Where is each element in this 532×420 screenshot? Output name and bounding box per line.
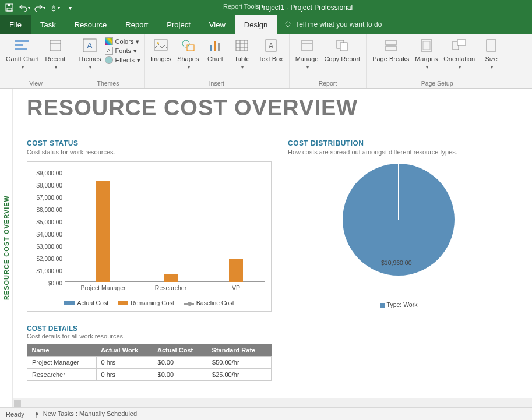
svg-rect-4 <box>287 26 289 27</box>
svg-rect-21 <box>302 40 312 51</box>
bar-researcher <box>164 274 178 282</box>
svg-rect-6 <box>15 44 23 46</box>
page-breaks-icon <box>383 37 399 54</box>
colors-button[interactable]: Colors ▾ <box>105 37 140 45</box>
tab-design[interactable]: Design <box>235 15 277 34</box>
report-title: RESOURCE COST OVERVIEW <box>27 96 518 121</box>
tab-view[interactable]: View <box>200 15 235 34</box>
horizontal-scrollbar[interactable] <box>13 398 532 407</box>
manage-icon <box>299 37 315 54</box>
svg-rect-18 <box>236 40 248 51</box>
status-bar: Ready New Tasks : Manually Scheduled <box>0 407 532 420</box>
cost-distribution-panel: COST DISTRIBUTION How costs are spread o… <box>288 139 509 312</box>
svg-rect-15 <box>210 45 212 51</box>
ribbon-group-report: Manage Copy Report Report <box>290 34 367 88</box>
size-icon <box>483 37 499 54</box>
margins-button[interactable]: Margins <box>413 36 440 72</box>
cost-dist-sub: How costs are spread out amongst differe… <box>288 149 509 156</box>
ribbon-group-view: Gantt Chart Recent View <box>0 34 72 88</box>
table-button[interactable]: Table <box>229 36 255 72</box>
status-ready: Ready <box>6 411 24 418</box>
svg-rect-29 <box>457 40 466 45</box>
svg-rect-14 <box>187 45 194 51</box>
effects-button[interactable]: Effects ▾ <box>105 56 140 64</box>
quick-access-toolbar: ▾ ▾ ▾ ▾ <box>0 2 79 13</box>
ribbon: Gantt Chart Recent View AThemes Colors ▾… <box>0 34 532 89</box>
table-icon <box>234 37 250 54</box>
status-newtasks: New Tasks : Manually Scheduled <box>34 410 137 417</box>
report-canvas[interactable]: RESOURCE COST OVERVIEW COST STATUS Cost … <box>13 89 532 407</box>
text-box-button[interactable]: AText Box <box>256 36 285 64</box>
tab-task[interactable]: Task <box>31 15 65 34</box>
gantt-chart-button[interactable]: Gantt Chart <box>3 36 41 72</box>
orientation-icon <box>451 37 467 54</box>
document-area: RESOURCE COST OVERVIEW RESOURCE COST OVE… <box>0 89 532 407</box>
tell-me-search[interactable]: Tell me what you want to do <box>277 15 389 34</box>
svg-rect-7 <box>15 48 27 50</box>
cost-details-heading: COST DETAILS <box>27 324 272 333</box>
tab-file[interactable]: File <box>0 15 31 34</box>
size-button[interactable]: Size <box>478 36 504 72</box>
tab-project[interactable]: Project <box>157 15 199 34</box>
svg-rect-11 <box>154 40 167 50</box>
svg-point-3 <box>286 22 290 26</box>
table-row[interactable]: Researcher0 hrs$0.00$25.00/hr <box>27 369 272 381</box>
svg-point-12 <box>157 42 159 44</box>
svg-rect-27 <box>423 41 430 50</box>
ribbon-group-themes: AThemes Colors ▾ AFonts ▾ Effects ▾ Them… <box>72 34 145 88</box>
tab-report[interactable]: Report <box>116 15 157 34</box>
cost-details-table[interactable]: Name Actual Work Actual Cost Standard Ra… <box>27 344 272 381</box>
images-button[interactable]: Images <box>148 36 174 64</box>
copy-icon <box>334 37 350 54</box>
menu-bar: File Task Resource Report Project View D… <box>0 15 532 34</box>
svg-text:A: A <box>87 41 93 50</box>
cost-status-heading: COST STATUS <box>27 139 272 147</box>
fonts-button[interactable]: AFonts ▾ <box>105 47 140 55</box>
context-tab-label: Report Tools <box>223 3 259 10</box>
touch-mode-button[interactable]: ▾ <box>49 2 61 13</box>
table-row[interactable]: Project Manager0 hrs$0.00$50.00/hr <box>27 357 272 369</box>
svg-rect-8 <box>50 40 61 51</box>
svg-rect-23 <box>340 43 347 51</box>
tell-me-placeholder: Tell me what you want to do <box>295 20 382 29</box>
bulb-icon <box>284 20 292 29</box>
cost-dist-chart[interactable]: $10,960.00 Type: Work <box>288 161 509 312</box>
recent-button[interactable]: Recent <box>43 36 68 72</box>
save-button[interactable] <box>3 2 15 13</box>
margins-icon <box>418 37 435 54</box>
page-breaks-button[interactable]: Page Breaks <box>370 36 411 64</box>
tab-resource[interactable]: Resource <box>65 15 117 34</box>
svg-rect-30 <box>487 40 496 51</box>
svg-rect-17 <box>218 43 220 51</box>
bar-legend: Actual Cost Remaining Cost Baseline Cost <box>27 299 271 306</box>
manage-button[interactable]: Manage <box>293 36 321 72</box>
qat-customize-button[interactable]: ▾ <box>64 2 76 13</box>
chart-button[interactable]: Chart <box>202 36 228 64</box>
svg-rect-25 <box>386 46 396 51</box>
svg-rect-1 <box>8 4 10 6</box>
text-box-icon: A <box>263 37 279 54</box>
svg-rect-16 <box>214 41 216 51</box>
svg-rect-24 <box>386 40 396 45</box>
cost-status-sub: Cost status for work resources. <box>27 149 272 156</box>
cost-status-panel: COST STATUS Cost status for work resourc… <box>27 139 272 312</box>
pie-legend: Type: Work <box>288 301 509 308</box>
pin-icon <box>34 412 40 418</box>
cost-status-chart[interactable]: $0.00 $1,000.00 $2,000.00 $3,000.00 $4,0… <box>27 161 272 312</box>
pie-value-label: $10,960.00 <box>381 259 412 266</box>
svg-rect-2 <box>7 8 12 11</box>
ribbon-group-page-setup: Page Breaks Margins Orientation Size Pag… <box>367 34 508 88</box>
themes-button[interactable]: AThemes <box>76 36 104 72</box>
shapes-icon <box>180 37 196 54</box>
shapes-button[interactable]: Shapes <box>175 36 201 72</box>
svg-text:A: A <box>269 42 273 50</box>
bar-project-manager <box>96 181 110 282</box>
undo-button[interactable]: ▾ <box>19 2 30 13</box>
window-title: Project1 - Project Professional <box>79 3 532 12</box>
bar-vp <box>229 259 243 282</box>
orientation-button[interactable]: Orientation <box>441 36 477 72</box>
redo-button[interactable]: ▾ <box>34 2 45 13</box>
copy-report-button[interactable]: Copy Report <box>322 36 362 64</box>
chart-icon <box>207 37 223 54</box>
side-tab[interactable]: RESOURCE COST OVERVIEW <box>0 89 13 407</box>
